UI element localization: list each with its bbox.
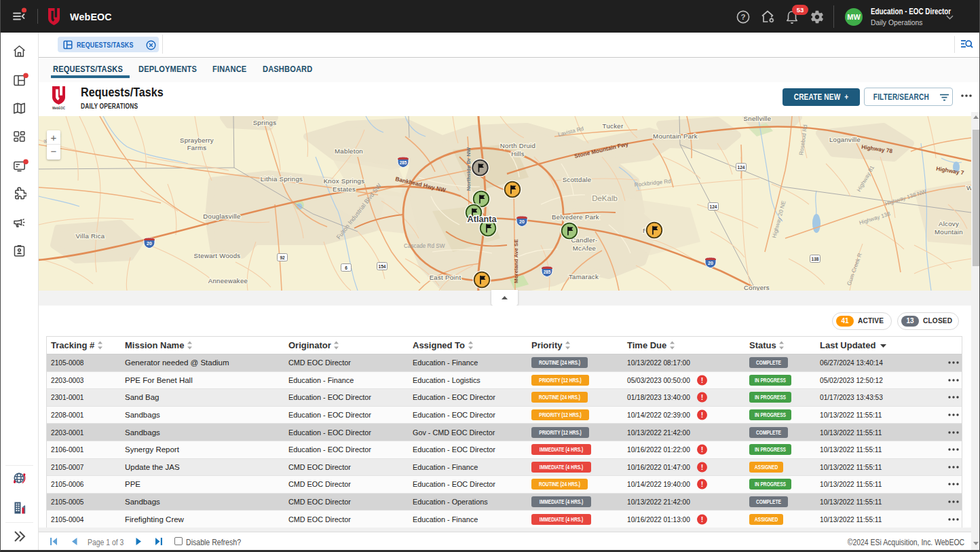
svg-text:Northside Dr NW: Northside Dr NW bbox=[466, 147, 472, 191]
svg-text:?: ? bbox=[740, 13, 745, 21]
svg-text:92: 92 bbox=[280, 255, 285, 260]
svg-text:Snellville: Snellville bbox=[744, 116, 772, 122]
svg-text:6: 6 bbox=[345, 265, 347, 270]
svg-text:Moreland Ave SE: Moreland Ave SE bbox=[513, 239, 519, 283]
svg-text:285: 285 bbox=[544, 270, 551, 274]
svg-text:Scottdale: Scottdale bbox=[563, 176, 592, 183]
svg-text:20: 20 bbox=[708, 261, 713, 265]
svg-text:Tucker: Tucker bbox=[603, 122, 624, 130]
svg-text:Belvedere Park: Belvedere Park bbox=[552, 213, 599, 221]
svg-text:Anneewakee: Anneewakee bbox=[208, 277, 248, 284]
svg-text:Cascade Rd SW: Cascade Rd SW bbox=[404, 243, 445, 249]
svg-text:138: 138 bbox=[812, 257, 819, 261]
svg-text:Estates: Estates bbox=[333, 185, 356, 193]
svg-text:Loganville: Loganville bbox=[829, 136, 861, 143]
svg-text:Springs: Springs bbox=[253, 119, 277, 126]
svg-text:North Druid: North Druid bbox=[500, 142, 535, 149]
svg-text:Mountain: Mountain bbox=[935, 228, 963, 236]
svg-text:Villa Rica: Villa Rica bbox=[76, 232, 105, 240]
svg-text:124: 124 bbox=[738, 165, 745, 170]
svg-text:Wal: Wal bbox=[966, 184, 971, 191]
svg-text:Conyers: Conyers bbox=[744, 284, 770, 291]
svg-text:20: 20 bbox=[519, 219, 525, 224]
svg-text:Hills: Hills bbox=[511, 150, 525, 158]
svg-text:McAfee: McAfee bbox=[573, 244, 596, 252]
svg-text:Mableton: Mableton bbox=[335, 147, 363, 155]
svg-text:DeKalb: DeKalb bbox=[592, 194, 618, 202]
svg-text:Stewart Woods: Stewart Woods bbox=[194, 252, 241, 259]
svg-text:Atlanta: Atlanta bbox=[468, 214, 497, 224]
svg-text:Alcovy: Alcovy bbox=[939, 220, 959, 227]
svg-text:154: 154 bbox=[379, 264, 386, 269]
svg-text:Sprayberry: Sprayberry bbox=[180, 136, 214, 144]
svg-text:Douglasville: Douglasville bbox=[203, 213, 240, 220]
svg-text:Farms: Farms bbox=[187, 144, 207, 151]
svg-text:Mountain Park: Mountain Park bbox=[653, 132, 698, 140]
svg-text:285: 285 bbox=[400, 160, 407, 165]
svg-text:124: 124 bbox=[710, 204, 717, 209]
svg-text:Knox Springs: Knox Springs bbox=[324, 177, 365, 185]
svg-text:20: 20 bbox=[147, 241, 152, 246]
svg-text:East Point: East Point bbox=[430, 274, 461, 281]
svg-text:Lithia Springs: Lithia Springs bbox=[261, 175, 303, 183]
svg-text:WebEOC: WebEOC bbox=[52, 107, 66, 110]
svg-text:Tamarack: Tamarack bbox=[569, 273, 599, 280]
